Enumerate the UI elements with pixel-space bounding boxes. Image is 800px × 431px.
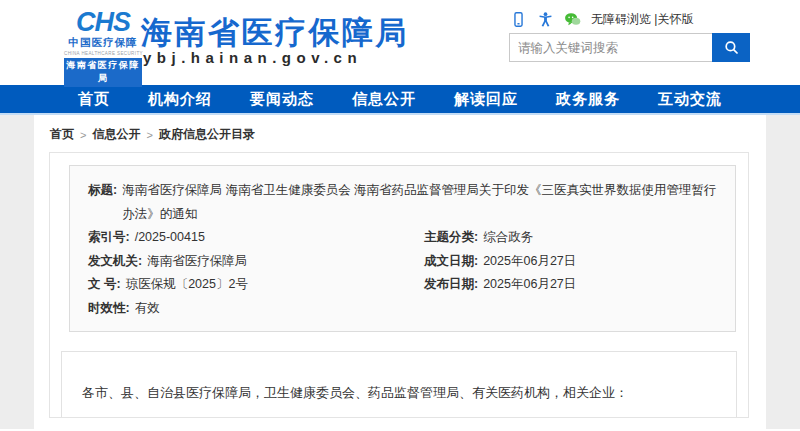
search-input[interactable] bbox=[509, 33, 712, 62]
document-panel: 标题: 海南省医疗保障局 海南省卫生健康委员会 海南省药品监督管理局关于印发《三… bbox=[49, 152, 749, 418]
content-sheet: 首页 > 信息公开 > 政府信息公开目录 标题: 海南省医疗保障局 海南省卫生健… bbox=[34, 115, 766, 429]
mobile-phone-icon[interactable] bbox=[510, 11, 527, 28]
meta-category-label: 主题分类: bbox=[424, 226, 478, 250]
logo-brand-en: CHINA HEALTHCARE SECURITY bbox=[64, 51, 142, 56]
breadcrumb-separator: > bbox=[80, 129, 86, 141]
breadcrumb: 首页 > 信息公开 > 政府信息公开目录 bbox=[34, 115, 766, 143]
meta-written-date-label: 成文日期: bbox=[424, 250, 478, 274]
meta-issuer-label: 发文机关: bbox=[88, 250, 142, 274]
main-nav: 首页 机构介绍 要闻动态 信息公开 解读回应 政务服务 互动交流 bbox=[0, 85, 800, 115]
breadcrumb-info-disclosure[interactable]: 信息公开 bbox=[92, 126, 140, 143]
nav-item-services[interactable]: 政务服务 bbox=[556, 90, 620, 109]
meta-row-index: 索引号: /2025-00415 主题分类: 综合政务 bbox=[88, 226, 717, 250]
meta-publish-date-label: 发布日期: bbox=[424, 273, 478, 297]
breadcrumb-current: 政府信息公开目录 bbox=[159, 126, 255, 143]
nav-item-news[interactable]: 要闻动态 bbox=[250, 90, 314, 109]
nav-item-home[interactable]: 首页 bbox=[78, 90, 110, 109]
site-title: 海南省医疗保障局 bbox=[141, 12, 409, 54]
document-meta-box: 标题: 海南省医疗保障局 海南省卫生健康委员会 海南省药品监督管理局关于印发《三… bbox=[69, 165, 736, 332]
document-salutation: 各市、县、自治县医疗保障局，卫生健康委员会、药品监督管理局、有关医药机构，相关企… bbox=[82, 379, 716, 406]
accessibility-icon[interactable] bbox=[537, 11, 554, 28]
meta-issuer-value: 海南省医疗保障局 bbox=[147, 250, 247, 274]
nav-item-info-disclosure[interactable]: 信息公开 bbox=[352, 90, 416, 109]
meta-validity-value: 有效 bbox=[135, 297, 160, 321]
logo-brand-local: 海南省医疗保障局 bbox=[64, 58, 142, 87]
meta-index-value: /2025-00415 bbox=[135, 226, 205, 250]
search-button[interactable] bbox=[712, 33, 750, 62]
breadcrumb-separator: > bbox=[146, 129, 152, 141]
site-url: ybj.hainan.gov.cn bbox=[143, 49, 362, 66]
meta-written-date-value: 2025年06月27日 bbox=[483, 250, 576, 274]
logo-chs-text: CHS bbox=[64, 9, 142, 35]
site-logo[interactable]: CHS 中国医疗保障 CHINA HEALTHCARE SECURITY 海南省… bbox=[64, 9, 142, 87]
nav-item-interaction[interactable]: 互动交流 bbox=[658, 90, 722, 109]
meta-category-value: 综合政务 bbox=[483, 226, 533, 250]
meta-docno-label: 文 号: bbox=[88, 273, 121, 297]
document-body-box: 各市、县、自治县医疗保障局，卫生健康委员会、药品监督管理局、有关医药机构，相关企… bbox=[61, 351, 737, 418]
meta-row-issuer: 发文机关: 海南省医疗保障局 成文日期: 2025年06月27日 bbox=[88, 250, 717, 274]
meta-row-title: 标题: 海南省医疗保障局 海南省卫生健康委员会 海南省药品监督管理局关于印发《三… bbox=[88, 179, 717, 226]
nav-item-about[interactable]: 机构介绍 bbox=[148, 90, 212, 109]
meta-title-label: 标题: bbox=[88, 179, 117, 226]
site-search bbox=[509, 33, 750, 62]
logo-brand-cn: 中国医疗保障 bbox=[64, 36, 142, 50]
meta-validity-label: 时效性: bbox=[88, 297, 130, 321]
wechat-icon[interactable] bbox=[564, 11, 581, 28]
quick-links-row: 无障碍浏览 |关怀版 bbox=[510, 11, 693, 28]
nav-item-interpretation[interactable]: 解读回应 bbox=[454, 90, 518, 109]
page-background: 首页 > 信息公开 > 政府信息公开目录 标题: 海南省医疗保障局 海南省卫生健… bbox=[0, 115, 800, 429]
meta-docno-value: 琼医保规〔2025〕2号 bbox=[126, 273, 248, 297]
site-header: CHS 中国医疗保障 CHINA HEALTHCARE SECURITY 海南省… bbox=[0, 0, 800, 85]
accessibility-links[interactable]: 无障碍浏览 |关怀版 bbox=[591, 11, 693, 28]
meta-title-value: 海南省医疗保障局 海南省卫生健康委员会 海南省药品监督管理局关于印发《三医真实世… bbox=[122, 179, 717, 226]
meta-index-label: 索引号: bbox=[88, 226, 130, 250]
meta-row-docno: 文 号: 琼医保规〔2025〕2号 发布日期: 2025年06月27日 bbox=[88, 273, 717, 297]
meta-row-validity: 时效性: 有效 bbox=[88, 297, 717, 321]
search-icon bbox=[723, 39, 740, 56]
breadcrumb-home[interactable]: 首页 bbox=[50, 126, 74, 143]
meta-publish-date-value: 2025年06月27日 bbox=[483, 273, 576, 297]
